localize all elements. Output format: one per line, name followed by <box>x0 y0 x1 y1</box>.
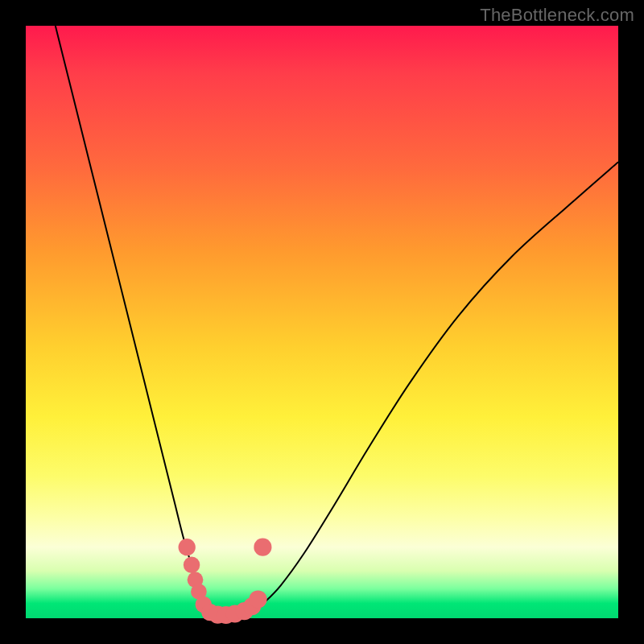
data-marker <box>254 539 271 556</box>
data-marker <box>184 556 200 573</box>
curve-right-branch <box>262 162 618 604</box>
watermark-text: TheBottleneck.com <box>480 5 634 26</box>
chart-frame: TheBottleneck.com <box>0 0 644 644</box>
plot-area <box>26 26 618 618</box>
data-marker <box>179 539 196 555</box>
data-marker <box>249 590 266 608</box>
curve-layer <box>26 26 618 618</box>
curve-left-branch <box>56 26 207 613</box>
marker-group <box>179 539 272 624</box>
